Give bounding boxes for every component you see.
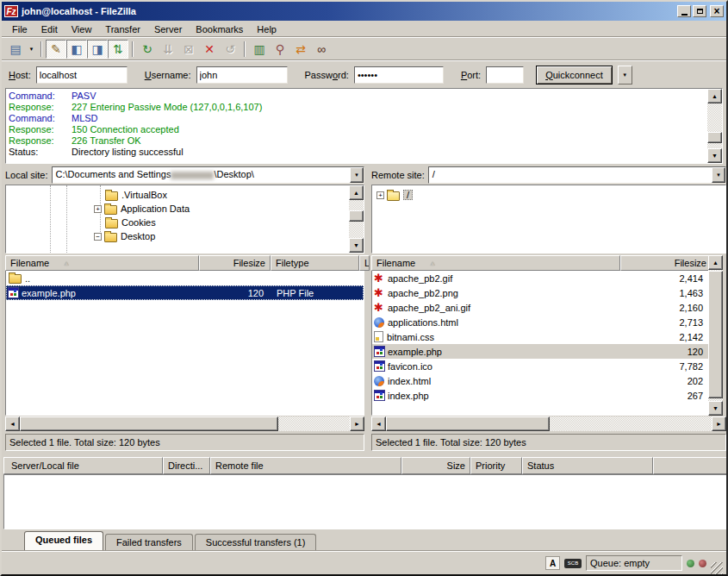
scroll-down-icon[interactable]: ▼ (707, 148, 722, 163)
column-filename[interactable]: Filename▲ (371, 255, 620, 271)
filter-button[interactable]: ▥ (249, 40, 270, 59)
column-filename[interactable]: Filename▲ (5, 255, 199, 271)
local-site-label: Local site: (5, 170, 48, 180)
tab-queued-files[interactable]: Queued files (24, 531, 103, 551)
scroll-up-icon[interactable]: ▲ (708, 255, 723, 270)
refresh-button[interactable]: ↻ (137, 40, 158, 59)
scroll-up-icon[interactable]: ▲ (349, 185, 364, 200)
message-log: Command:PASV Response:227 Entering Passi… (5, 88, 723, 164)
expand-icon[interactable]: + (94, 205, 102, 213)
local-list-hscrollbar[interactable]: ◄ ► (5, 416, 364, 431)
port-input[interactable] (486, 66, 524, 84)
process-queue-button[interactable]: ⇊ (158, 40, 178, 59)
tree-item-virtualbox[interactable]: .VirtualBox (6, 188, 364, 202)
cancel-button[interactable]: ⊠ (178, 40, 199, 59)
data-type-icon[interactable]: A (545, 556, 560, 570)
file-row[interactable]: bitnami.css 2,142 (372, 329, 711, 344)
toggle-log-button[interactable]: ✎ (46, 40, 66, 59)
quickconnect-button[interactable]: Quickconnect (536, 66, 613, 85)
file-row[interactable]: ✱apache_pb2.png 1,463 (372, 285, 711, 300)
reconnect-button[interactable]: ↺ (220, 40, 240, 59)
scroll-thumb[interactable] (707, 132, 722, 143)
find-button[interactable]: ∞ (311, 40, 332, 59)
menu-file[interactable]: File (5, 22, 34, 36)
remote-list-vscrollbar[interactable]: ▲ ▼ (708, 255, 723, 416)
scroll-thumb[interactable] (20, 416, 278, 431)
column-size[interactable]: Size (401, 457, 470, 474)
file-row-parent-dir[interactable]: .. (6, 271, 364, 285)
column-direction[interactable]: Directi... (163, 457, 210, 474)
tree-item-root[interactable]: + / (372, 188, 725, 202)
expand-icon[interactable]: + (376, 191, 384, 199)
scroll-thumb[interactable] (708, 271, 723, 398)
close-button[interactable]: × (710, 5, 724, 17)
quickconnect-dropdown[interactable]: ▼ (618, 66, 632, 85)
column-filesize[interactable]: Filesize (199, 255, 271, 271)
username-input[interactable] (196, 66, 288, 84)
tree-item-desktop[interactable]: − Desktop (6, 229, 364, 243)
tab-successful-transfers[interactable]: Successful transfers (1) (195, 534, 317, 551)
disconnect-button[interactable]: ✕ (199, 40, 220, 59)
column-status[interactable]: Status (522, 457, 653, 474)
compare-button[interactable]: ⚲ (270, 40, 290, 59)
menu-edit[interactable]: Edit (34, 22, 65, 36)
column-remote-file[interactable]: Remote file (210, 457, 401, 474)
remote-site-combobox[interactable]: / ▼ (428, 166, 726, 184)
php-file-icon (8, 287, 19, 298)
local-site-combobox[interactable]: C:\Documents and Settings\Desktop\ ▼ (52, 166, 364, 184)
local-tree-scrollbar[interactable]: ▲ ▼ (349, 185, 364, 253)
file-row-example-php[interactable]: example.php 120 PHP File 1 (6, 285, 364, 300)
column-filesize[interactable]: Filesize (620, 255, 712, 271)
tab-failed-transfers[interactable]: Failed transfers (105, 534, 193, 551)
file-row[interactable]: applications.html 2,713 (372, 315, 711, 329)
scroll-right-icon[interactable]: ► (712, 416, 726, 431)
scroll-left-icon[interactable]: ◄ (371, 416, 386, 431)
scroll-up-icon[interactable]: ▲ (707, 89, 722, 103)
combo-dropdown-icon[interactable]: ▼ (350, 167, 364, 183)
scroll-down-icon[interactable]: ▼ (349, 238, 364, 253)
file-row-example-php[interactable]: example.php 120 (372, 344, 711, 359)
log-scrollbar[interactable]: ▲ ▼ (707, 89, 722, 163)
tree-item-application-data[interactable]: + Application Data (6, 202, 364, 216)
remote-status-text: Selected 1 file. Total size: 120 bytes (371, 434, 726, 451)
title-bar[interactable]: Fz john@localhost - FileZilla × (2, 2, 726, 21)
toolbar-separator (244, 41, 246, 57)
collapse-icon[interactable]: − (94, 233, 102, 241)
minimize-button[interactable] (677, 5, 691, 17)
file-row[interactable]: index.php 267 (372, 388, 711, 403)
maximize-button[interactable] (693, 5, 706, 17)
file-row[interactable]: ✱apache_pb2_ani.gif 2,160 (372, 300, 711, 315)
host-input[interactable] (36, 66, 128, 84)
column-server-local-file[interactable]: Server/Local file (3, 457, 163, 474)
toggle-local-tree-button[interactable]: ◧ (66, 40, 87, 59)
menu-server[interactable]: Server (147, 22, 189, 36)
tree-item-cookies[interactable]: Cookies (6, 216, 364, 229)
speed-limit-icon[interactable]: SCB (564, 559, 582, 568)
site-manager-dropdown[interactable]: ▼ (26, 40, 37, 59)
php-file-icon (374, 390, 385, 401)
toggle-remote-tree-button[interactable]: ◨ (87, 40, 108, 59)
menu-transfer[interactable]: Transfer (98, 22, 147, 36)
scroll-thumb[interactable] (386, 416, 550, 431)
file-row[interactable]: ✱apache_pb2.gif 2,414 (372, 271, 711, 285)
combo-dropdown-icon[interactable]: ▼ (712, 167, 725, 183)
queue-list[interactable] (3, 474, 728, 529)
file-row[interactable]: favicon.ico 7,782 (372, 359, 711, 373)
menu-bookmarks[interactable]: Bookmarks (189, 22, 250, 36)
scroll-thumb[interactable] (349, 210, 364, 222)
remote-list-hscrollbar[interactable]: ◄ ► (371, 416, 726, 431)
menu-view[interactable]: View (65, 22, 99, 36)
scroll-right-icon[interactable]: ► (350, 416, 364, 431)
column-lastmodified[interactable]: L (359, 255, 370, 271)
resize-grip[interactable] (711, 562, 723, 574)
password-input[interactable] (354, 66, 444, 84)
sync-browse-button[interactable]: ⇄ (290, 40, 311, 59)
scroll-left-icon[interactable]: ◄ (5, 416, 20, 431)
menu-help[interactable]: Help (250, 22, 283, 36)
toggle-queue-button[interactable]: ⇅ (108, 40, 128, 59)
scroll-down-icon[interactable]: ▼ (708, 401, 723, 416)
site-manager-button[interactable]: ▤ (5, 40, 26, 59)
column-priority[interactable]: Priority (470, 457, 522, 474)
file-row[interactable]: index.html 202 (372, 373, 711, 388)
column-filetype[interactable]: Filetype (271, 255, 359, 271)
